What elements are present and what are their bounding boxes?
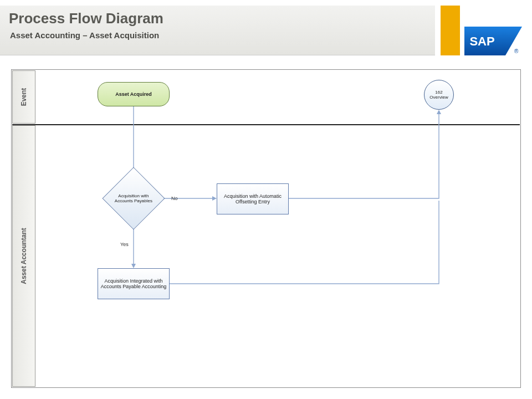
event-asset-acquired: Asset Acquired xyxy=(98,82,170,106)
process-auto-offset: Acquisition with Automatic Offsetting En… xyxy=(217,183,289,214)
page-title: Process Flow Diagram xyxy=(9,10,426,27)
edge-label-no: No xyxy=(171,196,178,201)
accent-tab xyxy=(441,6,460,55)
event-asset-acquired-label: Asset Acquired xyxy=(113,90,154,98)
svg-text:SAP: SAP xyxy=(469,34,494,48)
page-subtitle: Asset Accounting – Asset Acquisition xyxy=(10,30,426,40)
sap-logo: SAP ® xyxy=(464,27,522,55)
svg-text:®: ® xyxy=(514,48,519,54)
decision-acquisition-ap-label: Acquisition with Accounts Payables xyxy=(112,192,155,204)
process-ap-integrated-label: Acquisition Integrated with Accounts Pay… xyxy=(98,277,169,291)
edge-label-yes: Yes xyxy=(120,242,129,247)
diagram-canvas: Event Asset Accountant Asset Acquired xyxy=(11,69,521,388)
title-bar: Process Flow Diagram Asset Accounting – … xyxy=(0,6,435,55)
subprocess-162-overview-label: 162 Overview xyxy=(425,89,452,101)
subprocess-162-overview: 162 Overview xyxy=(424,80,454,110)
decision-acquisition-ap: Acquisition with Accounts Payables xyxy=(102,167,165,229)
process-auto-offset-label: Acquisition with Automatic Offsetting En… xyxy=(217,192,288,206)
shapes-layer: Asset Acquired 162 Overview Acquisition … xyxy=(12,70,520,387)
process-ap-integrated: Acquisition Integrated with Accounts Pay… xyxy=(98,268,170,299)
sap-logo-icon: SAP ® xyxy=(464,27,522,55)
